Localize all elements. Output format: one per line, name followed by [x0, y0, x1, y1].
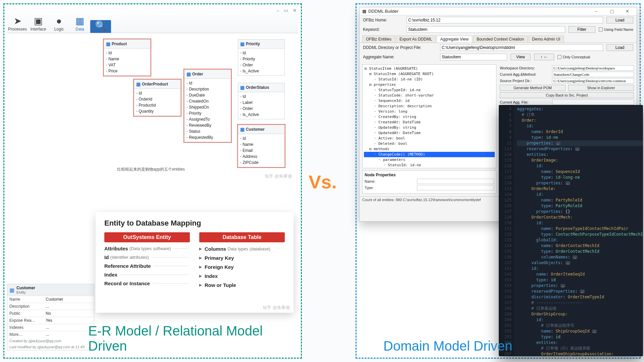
- aggregate-node[interactable]: · StatusId: id-ne (ID): [364, 77, 495, 82]
- entity-orderstatus[interactable]: OrderStatusIdLabelOrderIs_Active: [238, 83, 285, 119]
- entity-orderproduct[interactable]: OrderProductIdOrderIdProductIdQuantity: [134, 79, 181, 116]
- aggregate-node[interactable]: · CreatedAt: DateTime: [364, 120, 495, 125]
- tab-strip[interactable]: OFBiz EntitiesExport As DDDMLAggregate V…: [360, 34, 637, 43]
- watermark: 知乎 @朱家俊: [265, 173, 292, 179]
- tab-export-as-dddml[interactable]: Export As DDDML: [396, 36, 436, 43]
- dir-input[interactable]: [440, 44, 603, 51]
- window-titlebar: ▩ DDDML Builder – ▢ ✕: [360, 7, 637, 15]
- ribbon-data[interactable]: ▦Data: [69, 15, 90, 33]
- caption-left: E-R Model / Relational Model Driven: [88, 323, 301, 354]
- aggregate-node[interactable]: · parameters: [364, 157, 495, 163]
- prop-row[interactable]: More…...: [7, 331, 94, 338]
- entity-db-mapping-card: Entity to Database Mapping OutSystems En…: [96, 212, 293, 313]
- domain-panel: ▩ DDDML Builder – ▢ ✕ OFBiz Home: Load K…: [356, 3, 641, 359]
- entity-customer[interactable]: CustomerIdNameEmailAddressZIPCode: [238, 125, 285, 167]
- aggregate-node[interactable]: · CreatedBy: string: [364, 114, 495, 120]
- ribbon-interface[interactable]: ▣Interface: [28, 15, 49, 33]
- aggregate-node[interactable]: · ChangeCode() (METHOD): [364, 152, 495, 157]
- editor-code[interactable]: aggregates: # 订单 Order: id: name: OrderI…: [514, 105, 643, 356]
- workspace-dir-input[interactable]: [552, 65, 634, 71]
- er-panel: – ▭ ✕ ➤Processes ▣Interface ●Logic ▦Data…: [3, 3, 302, 359]
- prop-row[interactable]: Indexes...: [7, 324, 94, 331]
- generate-pom-button[interactable]: Generate Method POM: [500, 85, 566, 91]
- entity-product[interactable]: ProductIdNameVATPrice: [104, 39, 151, 76]
- load-button-2[interactable]: Load: [606, 44, 633, 51]
- close-icon[interactable]: ✕: [293, 8, 297, 13]
- aggregate-node[interactable]: ⊟ properties: [364, 82, 495, 87]
- app-icon: ▩: [362, 9, 366, 14]
- load-button[interactable]: Load: [606, 17, 633, 23]
- card-title: Entity to Database Mapping: [104, 219, 285, 228]
- tab-bounded-context-creation[interactable]: Bounded Context Creation: [473, 36, 528, 43]
- ribbon-logic[interactable]: ●Logic: [49, 15, 69, 33]
- show-in-explorer-button[interactable]: Show in Explorer: [568, 85, 634, 91]
- aggregate-tree[interactable]: ⊟ StatusItem (AGGREGATE)⊟ StatusItem (AG…: [362, 64, 496, 168]
- np-type-input[interactable]: [417, 185, 494, 190]
- ribbon: – ▭ ✕ ➤Processes ▣Interface ●Logic ▦Data…: [7, 7, 298, 33]
- aggregate-node[interactable]: · UpdatedAt: DateTime: [364, 130, 495, 136]
- close-icon[interactable]: ✕: [621, 9, 634, 14]
- window-title: DDDML Builder: [368, 9, 398, 14]
- keyword-input[interactable]: [407, 26, 565, 33]
- aggregate-node[interactable]: · Code: short-varchar: [364, 168, 495, 168]
- aggregate-node[interactable]: · Deleted: bool: [364, 141, 495, 146]
- current-agg-method-input[interactable]: [552, 72, 634, 77]
- canvas-note: 红框框起来的是购物app的五个entities: [117, 167, 185, 172]
- pill-outsystems: OutSystems Entity: [104, 232, 190, 242]
- source-project-dir-input[interactable]: [552, 78, 634, 83]
- ofbiz-home-input[interactable]: [407, 17, 603, 23]
- window-controls: – ▭ ✕: [276, 8, 297, 13]
- aggregate-node[interactable]: · SequenceId: id: [364, 98, 495, 104]
- prop-row[interactable]: Description...: [7, 303, 94, 310]
- view-button[interactable]: View: [511, 54, 531, 60]
- prop-footer-2: Last modified by zjjackyyue@qq.com at 11…: [7, 344, 94, 350]
- np-name-label: Name:: [365, 179, 415, 183]
- entity-diagram[interactable]: 红框框起来的是购物app的五个entities 知乎 @朱家俊 ProductI…: [97, 36, 298, 210]
- aggregate-name-select[interactable]: [440, 54, 507, 60]
- aggregate-node[interactable]: · UpdatedBy: string: [364, 125, 495, 130]
- ribbon-processes[interactable]: ➤Processes: [7, 15, 28, 33]
- np-name-input[interactable]: [417, 179, 494, 184]
- mapping-row-left: Index: [104, 272, 190, 278]
- tab-ofbiz-entities[interactable]: OFBiz Entities: [362, 36, 395, 43]
- prop-row[interactable]: Expose Rea…Yes: [7, 317, 94, 324]
- keyword-label: Keyword:: [363, 27, 403, 32]
- minimize-icon[interactable]: –: [276, 8, 279, 13]
- aggregate-node[interactable]: ⊟ StatusItem (AGGREGATE): [364, 66, 495, 71]
- mapping-row-left: Reference Attribute: [104, 263, 190, 269]
- restore-icon[interactable]: ▭: [284, 8, 288, 13]
- entity-order[interactable]: OrderIdDescriptionDueDateCreatedOnShippe…: [184, 69, 231, 142]
- aggregate-node[interactable]: · StatusId: id-ne: [364, 163, 495, 168]
- yaml-editor[interactable]: 4567891111311411511611711811912312412512…: [499, 105, 643, 356]
- ribbon-search[interactable]: 🔍: [90, 20, 111, 33]
- aggregate-node[interactable]: ⊟ StatusItem (AGGREGATE ROOT): [364, 71, 495, 77]
- aggregate-node[interactable]: · StatusCode: short-varchar: [364, 93, 495, 98]
- minimize-icon[interactable]: –: [590, 9, 603, 14]
- prop-row[interactable]: NameCustomer: [7, 296, 94, 303]
- mapping-row-right: ▸Index: [199, 273, 285, 279]
- outsystems-ide: – ▭ ✕ ➤Processes ▣Interface ●Logic ▦Data…: [7, 7, 298, 33]
- aggregate-node[interactable]: · StatusTypeId: id-ne: [364, 87, 495, 93]
- entity-priority[interactable]: PriorityIdPriorityOrderIs_Active: [238, 39, 285, 76]
- only-conceptual-checkbox[interactable]: Only Conceptual: [557, 55, 590, 59]
- tab-demo-admin-ui[interactable]: Demo Admin UI: [528, 36, 564, 43]
- ofbiz-home-label: OFBiz Home:: [363, 18, 403, 22]
- mapping-row-right: ▸Foreign Key: [199, 264, 285, 270]
- aggregate-node[interactable]: ⊟ methods: [364, 146, 495, 152]
- mapping-row-left: Record or Instance: [104, 281, 190, 286]
- copy-back-button[interactable]: Copy Back to Src. Project: [500, 92, 634, 98]
- aggregate-node[interactable]: · Version: long: [364, 109, 495, 114]
- tab-aggregate-view[interactable]: Aggregate View: [436, 36, 472, 43]
- using-field-name-checkbox[interactable]: Using Field Name: [599, 27, 633, 32]
- filter-button[interactable]: Filter: [569, 26, 595, 33]
- maximize-icon[interactable]: ▢: [605, 9, 619, 14]
- aggregate-node[interactable]: · Active: bool: [364, 136, 495, 141]
- back-button[interactable]: ↑ ←: [534, 54, 554, 60]
- aggregate-node[interactable]: · Description: description: [364, 104, 495, 109]
- prop-footer-1: Created by zjjackyyue@qq.com: [7, 338, 94, 344]
- prop-row[interactable]: PublicNo: [7, 310, 94, 317]
- current-agg-file-input[interactable]: [552, 100, 634, 105]
- prop-entity-kind: Entity: [16, 290, 35, 294]
- pill-database: Database Table: [199, 232, 285, 242]
- entity-icon: ▦: [9, 287, 14, 293]
